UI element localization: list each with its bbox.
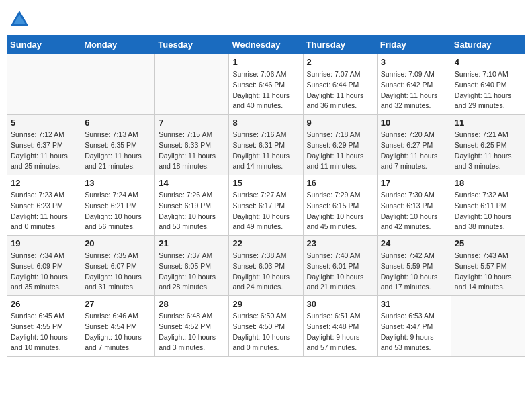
day-number: 19 (11, 238, 77, 248)
calendar-cell: 1Sunrise: 7:06 AM Sunset: 6:46 PM Daylig… (229, 54, 303, 115)
day-number: 9 (307, 118, 373, 128)
day-info: Sunrise: 7:32 AM Sunset: 6:11 PM Dayligh… (455, 190, 521, 232)
calendar-cell: 20Sunrise: 7:35 AM Sunset: 6:07 PM Dayli… (81, 236, 155, 296)
day-number: 7 (159, 118, 225, 128)
day-info: Sunrise: 7:06 AM Sunset: 6:46 PM Dayligh… (232, 69, 299, 111)
day-info: Sunrise: 7:27 AM Sunset: 6:17 PM Dayligh… (232, 190, 299, 232)
day-info: Sunrise: 7:09 AM Sunset: 6:42 PM Dayligh… (381, 69, 447, 111)
calendar-cell: 13Sunrise: 7:24 AM Sunset: 6:21 PM Dayli… (81, 175, 155, 236)
calendar-cell: 3Sunrise: 7:09 AM Sunset: 6:42 PM Daylig… (377, 54, 451, 115)
calendar-table: SundayMondayTuesdayWednesdayThursdayFrid… (7, 35, 525, 357)
calendar-cell: 26Sunrise: 6:45 AM Sunset: 4:55 PM Dayli… (7, 296, 81, 357)
day-number: 6 (85, 118, 151, 128)
day-info: Sunrise: 7:29 AM Sunset: 6:15 PM Dayligh… (307, 190, 373, 232)
calendar-cell: 25Sunrise: 7:43 AM Sunset: 5:57 PM Dayli… (451, 236, 525, 296)
day-info: Sunrise: 6:50 AM Sunset: 4:50 PM Dayligh… (232, 311, 299, 353)
day-info: Sunrise: 7:42 AM Sunset: 5:59 PM Dayligh… (381, 250, 447, 293)
day-number: 15 (232, 178, 299, 188)
day-info: Sunrise: 6:51 AM Sunset: 4:48 PM Dayligh… (307, 311, 373, 353)
day-number: 8 (232, 118, 299, 128)
calendar-cell: 29Sunrise: 6:50 AM Sunset: 4:50 PM Dayli… (229, 296, 303, 357)
day-info: Sunrise: 7:18 AM Sunset: 6:29 PM Dayligh… (307, 130, 373, 172)
column-header-monday: Monday (81, 36, 155, 54)
calendar-cell (155, 54, 229, 115)
day-number: 26 (11, 299, 77, 309)
calendar-cell: 19Sunrise: 7:34 AM Sunset: 6:09 PM Dayli… (7, 236, 81, 296)
calendar-cell: 8Sunrise: 7:16 AM Sunset: 6:31 PM Daylig… (229, 115, 303, 175)
day-info: Sunrise: 7:26 AM Sunset: 6:19 PM Dayligh… (159, 190, 225, 232)
day-number: 5 (11, 118, 77, 128)
day-info: Sunrise: 7:37 AM Sunset: 6:05 PM Dayligh… (159, 250, 225, 293)
day-number: 21 (159, 238, 225, 248)
day-number: 22 (232, 238, 299, 248)
calendar-cell: 16Sunrise: 7:29 AM Sunset: 6:15 PM Dayli… (303, 175, 377, 236)
calendar-cell: 27Sunrise: 6:46 AM Sunset: 4:54 PM Dayli… (81, 296, 155, 357)
calendar-cell: 9Sunrise: 7:18 AM Sunset: 6:29 PM Daylig… (303, 115, 377, 175)
day-info: Sunrise: 7:30 AM Sunset: 6:13 PM Dayligh… (381, 190, 447, 232)
calendar-cell (451, 296, 525, 357)
calendar-cell: 31Sunrise: 6:53 AM Sunset: 4:47 PM Dayli… (377, 296, 451, 357)
calendar-cell: 7Sunrise: 7:15 AM Sunset: 6:33 PM Daylig… (155, 115, 229, 175)
day-info: Sunrise: 7:16 AM Sunset: 6:31 PM Dayligh… (232, 130, 299, 172)
calendar-cell: 5Sunrise: 7:12 AM Sunset: 6:37 PM Daylig… (7, 115, 81, 175)
calendar-cell: 17Sunrise: 7:30 AM Sunset: 6:13 PM Dayli… (377, 175, 451, 236)
day-info: Sunrise: 6:45 AM Sunset: 4:55 PM Dayligh… (11, 311, 77, 353)
calendar-cell: 14Sunrise: 7:26 AM Sunset: 6:19 PM Dayli… (155, 175, 229, 236)
day-info: Sunrise: 6:53 AM Sunset: 4:47 PM Dayligh… (381, 311, 447, 353)
column-header-friday: Friday (377, 36, 451, 54)
day-number: 29 (232, 299, 299, 309)
day-info: Sunrise: 7:13 AM Sunset: 6:35 PM Dayligh… (85, 130, 151, 172)
day-number: 31 (381, 299, 447, 309)
column-header-sunday: Sunday (7, 36, 81, 54)
day-number: 1 (232, 57, 299, 67)
calendar-header-row: SundayMondayTuesdayWednesdayThursdayFrid… (7, 36, 525, 54)
calendar-week-row: 5Sunrise: 7:12 AM Sunset: 6:37 PM Daylig… (7, 115, 525, 175)
day-info: Sunrise: 7:20 AM Sunset: 6:27 PM Dayligh… (381, 130, 447, 172)
page-header (7, 7, 525, 30)
day-info: Sunrise: 7:34 AM Sunset: 6:09 PM Dayligh… (11, 250, 77, 293)
calendar-cell: 18Sunrise: 7:32 AM Sunset: 6:11 PM Dayli… (451, 175, 525, 236)
column-header-wednesday: Wednesday (229, 36, 303, 54)
calendar-week-row: 12Sunrise: 7:23 AM Sunset: 6:23 PM Dayli… (7, 175, 525, 236)
day-number: 12 (11, 178, 77, 188)
calendar-cell: 30Sunrise: 6:51 AM Sunset: 4:48 PM Dayli… (303, 296, 377, 357)
day-number: 4 (455, 57, 521, 67)
day-info: Sunrise: 7:07 AM Sunset: 6:44 PM Dayligh… (307, 69, 373, 111)
day-number: 14 (159, 178, 225, 188)
day-number: 28 (159, 299, 225, 309)
calendar-cell: 15Sunrise: 7:27 AM Sunset: 6:17 PM Dayli… (229, 175, 303, 236)
logo-icon (9, 9, 30, 30)
calendar-cell: 11Sunrise: 7:21 AM Sunset: 6:25 PM Dayli… (451, 115, 525, 175)
day-info: Sunrise: 6:48 AM Sunset: 4:52 PM Dayligh… (159, 311, 225, 353)
calendar-cell: 24Sunrise: 7:42 AM Sunset: 5:59 PM Dayli… (377, 236, 451, 296)
calendar-cell: 10Sunrise: 7:20 AM Sunset: 6:27 PM Dayli… (377, 115, 451, 175)
day-info: Sunrise: 7:12 AM Sunset: 6:37 PM Dayligh… (11, 130, 77, 172)
day-info: Sunrise: 7:24 AM Sunset: 6:21 PM Dayligh… (85, 190, 151, 232)
day-info: Sunrise: 7:23 AM Sunset: 6:23 PM Dayligh… (11, 190, 77, 232)
calendar-cell: 6Sunrise: 7:13 AM Sunset: 6:35 PM Daylig… (81, 115, 155, 175)
calendar-cell: 23Sunrise: 7:40 AM Sunset: 6:01 PM Dayli… (303, 236, 377, 296)
day-number: 18 (455, 178, 521, 188)
calendar-cell: 4Sunrise: 7:10 AM Sunset: 6:40 PM Daylig… (451, 54, 525, 115)
calendar-cell (7, 54, 81, 115)
day-number: 27 (85, 299, 151, 309)
column-header-saturday: Saturday (451, 36, 525, 54)
calendar-week-row: 19Sunrise: 7:34 AM Sunset: 6:09 PM Dayli… (7, 236, 525, 296)
calendar-cell: 28Sunrise: 6:48 AM Sunset: 4:52 PM Dayli… (155, 296, 229, 357)
day-number: 17 (381, 178, 447, 188)
day-info: Sunrise: 6:46 AM Sunset: 4:54 PM Dayligh… (85, 311, 151, 353)
day-number: 25 (455, 238, 521, 248)
day-info: Sunrise: 7:21 AM Sunset: 6:25 PM Dayligh… (455, 130, 521, 172)
calendar-week-row: 1Sunrise: 7:06 AM Sunset: 6:46 PM Daylig… (7, 54, 525, 115)
day-number: 13 (85, 178, 151, 188)
calendar-cell: 22Sunrise: 7:38 AM Sunset: 6:03 PM Dayli… (229, 236, 303, 296)
day-info: Sunrise: 7:10 AM Sunset: 6:40 PM Dayligh… (455, 69, 521, 111)
day-info: Sunrise: 7:38 AM Sunset: 6:03 PM Dayligh… (232, 250, 299, 293)
calendar-cell: 21Sunrise: 7:37 AM Sunset: 6:05 PM Dayli… (155, 236, 229, 296)
calendar-cell: 2Sunrise: 7:07 AM Sunset: 6:44 PM Daylig… (303, 54, 377, 115)
day-number: 16 (307, 178, 373, 188)
day-number: 11 (455, 118, 521, 128)
day-number: 3 (381, 57, 447, 67)
calendar-cell: 12Sunrise: 7:23 AM Sunset: 6:23 PM Dayli… (7, 175, 81, 236)
column-header-thursday: Thursday (303, 36, 377, 54)
